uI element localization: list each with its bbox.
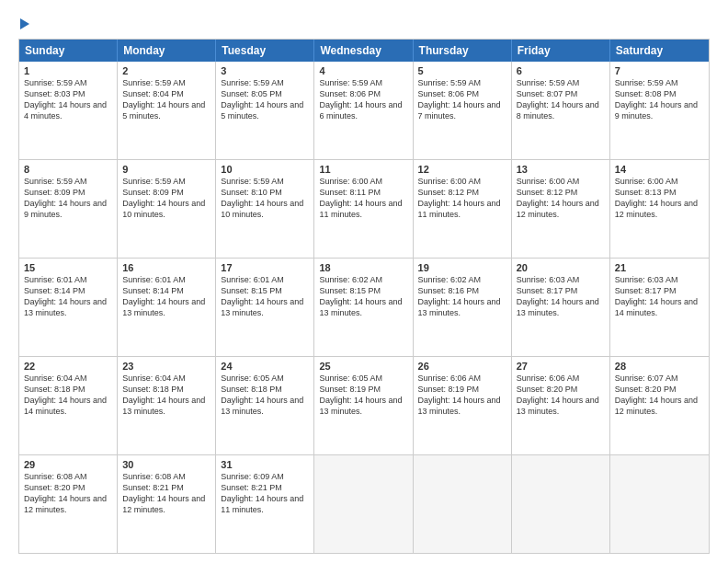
calendar-header-cell: Thursday bbox=[414, 40, 512, 62]
page: SundayMondayTuesdayWednesdayThursdayFrid… bbox=[0, 0, 728, 563]
cell-info: Sunrise: 5:59 AMSunset: 8:06 PMDaylight:… bbox=[418, 78, 501, 121]
calendar-cell: 25 Sunrise: 6:05 AMSunset: 8:19 PMDaylig… bbox=[314, 357, 413, 454]
calendar-header-cell: Tuesday bbox=[216, 40, 314, 62]
day-number: 23 bbox=[122, 361, 210, 372]
day-number: 4 bbox=[319, 65, 407, 76]
calendar-cell: 5 Sunrise: 5:59 AMSunset: 8:06 PMDayligh… bbox=[414, 62, 512, 159]
cell-info: Sunrise: 5:59 AMSunset: 8:10 PMDaylight:… bbox=[221, 177, 303, 219]
day-number: 10 bbox=[221, 164, 309, 175]
calendar-cell: 11 Sunrise: 6:00 AMSunset: 8:11 PMDaylig… bbox=[314, 160, 413, 258]
cell-info: Sunrise: 5:59 AMSunset: 8:09 PMDaylight:… bbox=[122, 177, 205, 219]
cell-info: Sunrise: 6:00 AMSunset: 8:11 PMDaylight:… bbox=[319, 177, 402, 219]
day-number: 26 bbox=[418, 361, 506, 372]
cell-info: Sunrise: 6:02 AMSunset: 8:15 PMDaylight:… bbox=[319, 275, 402, 317]
calendar-cell: 9 Sunrise: 5:59 AMSunset: 8:09 PMDayligh… bbox=[118, 160, 216, 258]
day-number: 31 bbox=[221, 459, 309, 470]
cell-info: Sunrise: 6:00 AMSunset: 8:13 PMDaylight:… bbox=[615, 177, 698, 219]
calendar-cell: 24 Sunrise: 6:05 AMSunset: 8:18 PMDaylig… bbox=[216, 357, 314, 454]
calendar-cell: 27 Sunrise: 6:06 AMSunset: 8:20 PMDaylig… bbox=[512, 357, 610, 454]
day-number: 20 bbox=[517, 262, 605, 273]
calendar-cell: 4 Sunrise: 5:59 AMSunset: 8:06 PMDayligh… bbox=[314, 62, 413, 159]
calendar-cell: 30 Sunrise: 6:08 AMSunset: 8:21 PMDaylig… bbox=[118, 455, 216, 553]
calendar-cell: 2 Sunrise: 5:59 AMSunset: 8:04 PMDayligh… bbox=[118, 62, 216, 159]
calendar-cell: 16 Sunrise: 6:01 AMSunset: 8:14 PMDaylig… bbox=[118, 259, 216, 356]
cell-info: Sunrise: 5:59 AMSunset: 8:06 PMDaylight:… bbox=[319, 78, 402, 121]
cell-info: Sunrise: 6:07 AMSunset: 8:20 PMDaylight:… bbox=[615, 373, 698, 416]
day-number: 13 bbox=[517, 164, 605, 175]
calendar-row: 22 Sunrise: 6:04 AMSunset: 8:18 PMDaylig… bbox=[19, 356, 709, 454]
calendar-cell bbox=[512, 455, 610, 553]
day-number: 16 bbox=[122, 262, 210, 273]
cell-info: Sunrise: 5:59 AMSunset: 8:07 PMDaylight:… bbox=[517, 78, 599, 121]
day-number: 11 bbox=[319, 164, 407, 175]
calendar-cell: 1 Sunrise: 5:59 AMSunset: 8:03 PMDayligh… bbox=[19, 62, 118, 159]
calendar-header-cell: Friday bbox=[512, 40, 610, 62]
calendar-cell: 20 Sunrise: 6:03 AMSunset: 8:17 PMDaylig… bbox=[512, 259, 610, 356]
calendar-cell: 15 Sunrise: 6:01 AMSunset: 8:14 PMDaylig… bbox=[19, 259, 118, 356]
calendar-row: 29 Sunrise: 6:08 AMSunset: 8:20 PMDaylig… bbox=[19, 454, 709, 553]
cell-info: Sunrise: 6:03 AMSunset: 8:17 PMDaylight:… bbox=[517, 275, 599, 317]
cell-info: Sunrise: 6:00 AMSunset: 8:12 PMDaylight:… bbox=[517, 177, 599, 219]
cell-info: Sunrise: 6:06 AMSunset: 8:19 PMDaylight:… bbox=[418, 373, 501, 416]
cell-info: Sunrise: 6:04 AMSunset: 8:18 PMDaylight:… bbox=[122, 373, 205, 416]
day-number: 12 bbox=[418, 164, 506, 175]
calendar-header-cell: Saturday bbox=[610, 40, 709, 62]
cell-info: Sunrise: 6:03 AMSunset: 8:17 PMDaylight:… bbox=[615, 275, 698, 317]
cell-info: Sunrise: 6:01 AMSunset: 8:15 PMDaylight:… bbox=[221, 275, 303, 317]
calendar-body: 1 Sunrise: 5:59 AMSunset: 8:03 PMDayligh… bbox=[19, 62, 709, 553]
cell-info: Sunrise: 6:02 AMSunset: 8:16 PMDaylight:… bbox=[418, 275, 501, 317]
day-number: 7 bbox=[615, 65, 704, 76]
calendar-cell: 18 Sunrise: 6:02 AMSunset: 8:15 PMDaylig… bbox=[314, 259, 413, 356]
day-number: 3 bbox=[221, 65, 309, 76]
cell-info: Sunrise: 6:00 AMSunset: 8:12 PMDaylight:… bbox=[418, 177, 501, 219]
calendar-header-cell: Sunday bbox=[19, 40, 118, 62]
calendar-cell: 21 Sunrise: 6:03 AMSunset: 8:17 PMDaylig… bbox=[610, 259, 709, 356]
day-number: 5 bbox=[418, 65, 506, 76]
calendar-cell: 6 Sunrise: 5:59 AMSunset: 8:07 PMDayligh… bbox=[512, 62, 610, 159]
calendar-cell: 8 Sunrise: 5:59 AMSunset: 8:09 PMDayligh… bbox=[19, 160, 118, 258]
calendar-cell: 17 Sunrise: 6:01 AMSunset: 8:15 PMDaylig… bbox=[216, 259, 314, 356]
calendar-cell: 28 Sunrise: 6:07 AMSunset: 8:20 PMDaylig… bbox=[610, 357, 709, 454]
cell-info: Sunrise: 6:05 AMSunset: 8:18 PMDaylight:… bbox=[221, 373, 303, 416]
calendar-row: 15 Sunrise: 6:01 AMSunset: 8:14 PMDaylig… bbox=[19, 258, 709, 356]
cell-info: Sunrise: 5:59 AMSunset: 8:03 PMDaylight:… bbox=[24, 78, 107, 121]
day-number: 1 bbox=[24, 65, 112, 76]
cell-info: Sunrise: 6:06 AMSunset: 8:20 PMDaylight:… bbox=[517, 373, 599, 416]
cell-info: Sunrise: 6:04 AMSunset: 8:18 PMDaylight:… bbox=[24, 373, 107, 416]
cell-info: Sunrise: 6:01 AMSunset: 8:14 PMDaylight:… bbox=[122, 275, 205, 317]
day-number: 27 bbox=[517, 361, 605, 372]
day-number: 29 bbox=[24, 459, 112, 470]
day-number: 14 bbox=[615, 164, 704, 175]
cell-info: Sunrise: 5:59 AMSunset: 8:04 PMDaylight:… bbox=[122, 78, 205, 121]
calendar-cell: 23 Sunrise: 6:04 AMSunset: 8:18 PMDaylig… bbox=[118, 357, 216, 454]
calendar-row: 8 Sunrise: 5:59 AMSunset: 8:09 PMDayligh… bbox=[19, 159, 709, 258]
cell-info: Sunrise: 6:08 AMSunset: 8:20 PMDaylight:… bbox=[24, 472, 107, 514]
calendar: SundayMondayTuesdayWednesdayThursdayFrid… bbox=[18, 39, 710, 554]
day-number: 30 bbox=[122, 459, 210, 470]
day-number: 17 bbox=[221, 262, 309, 273]
calendar-cell bbox=[610, 455, 709, 553]
day-number: 6 bbox=[517, 65, 605, 76]
day-number: 18 bbox=[319, 262, 407, 273]
calendar-cell bbox=[314, 455, 413, 553]
calendar-header-cell: Monday bbox=[118, 40, 216, 62]
day-number: 19 bbox=[418, 262, 506, 273]
calendar-cell: 10 Sunrise: 5:59 AMSunset: 8:10 PMDaylig… bbox=[216, 160, 314, 258]
calendar-cell: 14 Sunrise: 6:00 AMSunset: 8:13 PMDaylig… bbox=[610, 160, 709, 258]
calendar-cell: 7 Sunrise: 5:59 AMSunset: 8:08 PMDayligh… bbox=[610, 62, 709, 159]
cell-info: Sunrise: 6:09 AMSunset: 8:21 PMDaylight:… bbox=[221, 472, 303, 514]
day-number: 22 bbox=[24, 361, 112, 372]
calendar-row: 1 Sunrise: 5:59 AMSunset: 8:03 PMDayligh… bbox=[19, 62, 709, 159]
calendar-cell: 22 Sunrise: 6:04 AMSunset: 8:18 PMDaylig… bbox=[19, 357, 118, 454]
calendar-cell: 13 Sunrise: 6:00 AMSunset: 8:12 PMDaylig… bbox=[512, 160, 610, 258]
calendar-header-cell: Wednesday bbox=[314, 40, 413, 62]
day-number: 21 bbox=[615, 262, 704, 273]
logo-arrow-icon bbox=[20, 18, 29, 29]
calendar-cell: 12 Sunrise: 6:00 AMSunset: 8:12 PMDaylig… bbox=[414, 160, 512, 258]
cell-info: Sunrise: 5:59 AMSunset: 8:09 PMDaylight:… bbox=[24, 177, 107, 219]
logo bbox=[18, 17, 29, 29]
header bbox=[18, 17, 710, 29]
calendar-cell bbox=[414, 455, 512, 553]
day-number: 2 bbox=[122, 65, 210, 76]
calendar-cell: 26 Sunrise: 6:06 AMSunset: 8:19 PMDaylig… bbox=[414, 357, 512, 454]
